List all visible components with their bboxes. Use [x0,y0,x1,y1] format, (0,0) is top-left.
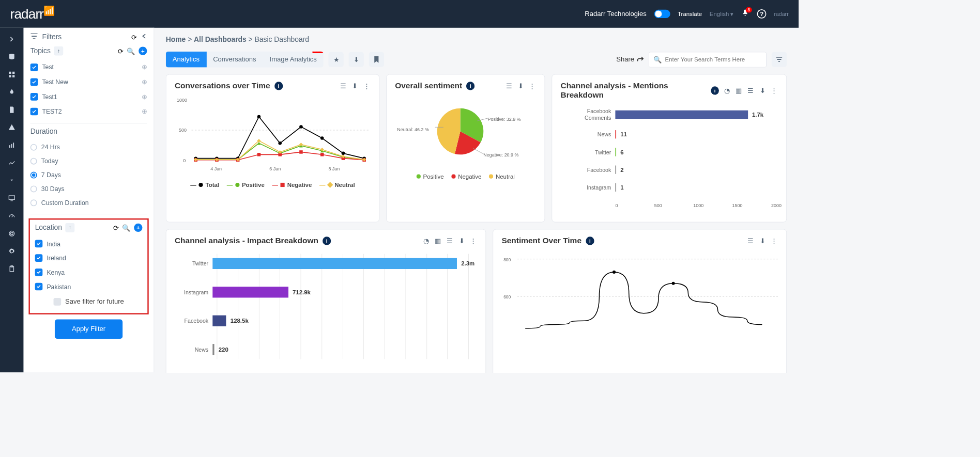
bar[interactable] [213,344,215,355]
radio-icon[interactable] [30,199,37,206]
location-item[interactable]: Kenya [35,265,143,279]
bar-icon[interactable]: ▥ [735,87,743,94]
legend-item[interactable]: —Positive [227,181,265,188]
checkbox-icon[interactable] [30,93,38,101]
bar[interactable] [616,111,748,119]
info-icon[interactable]: i [323,237,331,245]
refresh-icon[interactable]: ⟳ [118,47,124,55]
gauge-icon[interactable] [7,211,17,220]
search-icon[interactable]: 🔍 [127,47,135,55]
document-icon[interactable] [7,105,17,115]
save-filter-checkbox[interactable] [53,298,61,306]
checkbox-icon[interactable] [30,78,38,86]
info-icon[interactable]: i [274,82,283,90]
tab-analytics[interactable]: Analytics [166,51,206,67]
location-item[interactable]: India [35,237,143,251]
duration-item[interactable]: 24 Hrs [30,140,147,154]
legend-item[interactable]: —Total [190,181,219,188]
download-icon[interactable]: ⬇ [349,52,364,67]
translate-toggle[interactable] [654,10,670,18]
expand-icon[interactable]: ⊕ [142,92,147,100]
checkbox-icon[interactable] [35,269,43,276]
radio-icon[interactable] [30,185,37,192]
duration-item[interactable]: Today [30,154,147,168]
bar[interactable] [616,148,617,156]
fire-icon[interactable] [7,88,17,97]
location-item[interactable]: Ireland [35,251,143,265]
topic-item[interactable]: Test New⊕ [30,74,147,89]
radio-icon[interactable] [30,157,37,164]
grid-icon[interactable] [7,70,17,79]
list-icon[interactable]: ☰ [747,237,755,245]
duration-item[interactable]: 7 Days [30,168,147,182]
trend-icon[interactable] [7,158,17,167]
expand-icon[interactable]: ⊕ [142,78,147,86]
info-icon[interactable]: i [586,237,594,245]
bar[interactable] [616,183,617,192]
duration-item[interactable]: Custom Duration [30,196,147,210]
location-item[interactable]: Pakistan [35,279,143,294]
share-button[interactable]: Share [617,56,644,64]
info-icon[interactable]: i [711,86,719,94]
refresh-icon[interactable]: ⟳ [113,224,119,231]
search-field[interactable] [665,56,762,62]
add-topic-icon[interactable]: + [139,46,147,55]
more-icon[interactable]: ⋮ [363,82,371,90]
info-icon[interactable]: i [467,82,475,90]
legend-item[interactable]: Negative [452,173,482,180]
legend-item[interactable]: —Negative [272,181,312,188]
download-icon[interactable]: ⬇ [759,237,767,245]
checkbox-icon[interactable] [35,240,43,248]
warning-icon[interactable] [7,123,17,132]
more-icon[interactable]: ⋮ [771,237,778,245]
download-icon[interactable]: ⬇ [759,87,767,94]
clipboard-icon[interactable] [7,264,17,274]
search-input[interactable]: 🔍 [649,52,767,67]
checkbox-icon[interactable] [30,64,38,71]
expand-icon[interactable]: ⊕ [142,107,147,115]
bar[interactable] [213,315,226,326]
checkbox-icon[interactable] [35,283,43,291]
download-icon[interactable]: ⬇ [458,237,466,245]
search-icon[interactable]: 🔍 [122,224,130,231]
legend-item[interactable]: Neutral [489,173,515,180]
checkbox-icon[interactable] [30,107,38,115]
checkbox-icon[interactable] [35,254,43,262]
radio-icon[interactable] [30,171,37,178]
radio-icon[interactable] [30,144,37,150]
collapse-icon[interactable] [141,33,147,41]
bar[interactable] [616,130,617,138]
duration-item[interactable]: 30 Days [30,182,147,196]
more-icon[interactable]: ⋮ [771,87,778,94]
help-icon[interactable]: ? [757,9,767,19]
refresh-icon[interactable]: ⟳ [131,33,137,41]
legend-item[interactable]: Positive [417,173,444,180]
filter-icon[interactable] [772,52,787,67]
breadcrumb-all[interactable]: All Dashboards [194,35,247,43]
legend-item[interactable]: —Neutral [319,181,355,188]
bar[interactable] [213,258,457,269]
list-icon[interactable]: ☰ [505,82,513,90]
language-selector[interactable]: English ▾ [710,10,733,17]
notifications-icon[interactable]: 8 [741,9,749,19]
chart-icon[interactable] [7,140,17,150]
bookmark-icon[interactable] [369,52,384,67]
bar[interactable] [616,165,617,174]
apply-filter-button[interactable]: Apply Filter [55,320,122,339]
sort-icon[interactable]: ↑ [54,46,63,56]
pie-icon[interactable]: ◔ [723,87,731,94]
download-icon[interactable] [7,176,17,185]
database-icon[interactable] [7,52,17,61]
monitor-icon[interactable] [7,194,17,203]
bar-icon[interactable]: ▥ [434,237,442,245]
tab-conversations[interactable]: Conversations [206,51,263,67]
bar[interactable] [213,287,289,297]
add-location-icon[interactable]: + [134,224,142,232]
list-icon[interactable]: ☰ [747,87,755,94]
target-icon[interactable] [7,229,17,238]
list-icon[interactable]: ☰ [446,237,454,245]
breadcrumb-home[interactable]: Home [166,35,186,43]
star-icon[interactable]: ★ [329,52,344,67]
tab-image-analytics[interactable]: Image AnalyticsBETA [263,51,324,67]
sort-icon[interactable]: ↑ [66,223,75,232]
